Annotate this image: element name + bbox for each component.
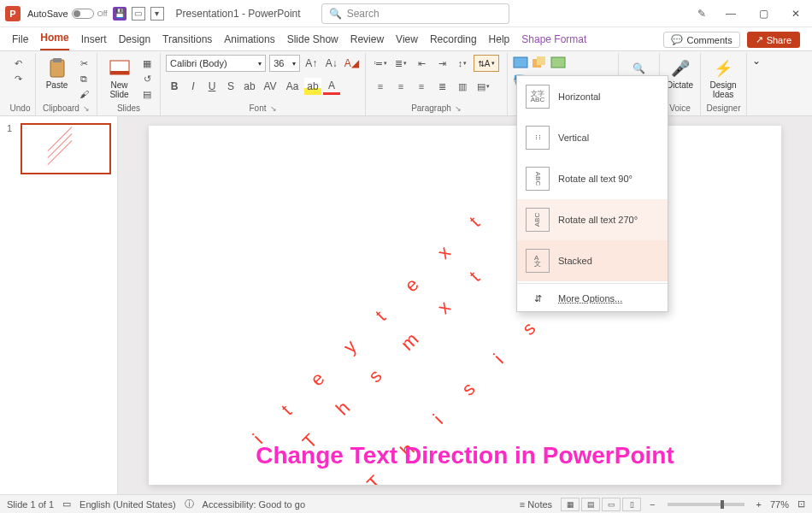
arrange-icon[interactable] <box>532 56 549 72</box>
new-slide-button[interactable]: New Slide <box>103 55 136 99</box>
cut-button[interactable]: ✂ <box>76 56 91 70</box>
tab-help[interactable]: Help <box>489 33 510 50</box>
strike-button[interactable]: S <box>222 78 239 95</box>
more-options-icon: ⇵ <box>526 293 550 304</box>
reset-button[interactable]: ↺ <box>139 72 155 86</box>
tab-transitions[interactable]: Transitions <box>162 33 212 50</box>
slide-canvas[interactable]: i t e y t e x t T h s m x t T h i s i s … <box>149 126 781 485</box>
char-spacing-button[interactable]: AV <box>260 78 280 95</box>
autosave-toggle[interactable]: AutoSave Off <box>27 9 108 19</box>
justify-button[interactable]: ≣ <box>432 78 451 95</box>
close-button[interactable]: ✕ <box>785 5 807 22</box>
change-case-button[interactable]: Aa <box>282 78 303 95</box>
font-color-button[interactable]: A <box>323 78 340 95</box>
clipboard-dialog-icon[interactable]: ↘ <box>83 104 90 113</box>
text-direction-menu: 文字ABC Horizontal ⫶⫶ Vertical ABC Rotate … <box>516 75 668 312</box>
highlight-button[interactable]: ab <box>304 78 321 95</box>
underline-button[interactable]: U <box>203 78 221 95</box>
slide-thumbnail-1[interactable] <box>21 123 111 174</box>
menu-item-rotate270[interactable]: ABC Rotate all text 270° <box>517 199 668 240</box>
normal-view-button[interactable]: ▦ <box>561 498 580 511</box>
status-accessibility[interactable]: Accessibility: Good to go <box>203 499 305 510</box>
dictate-button[interactable]: 🎤 Dictate <box>665 55 695 90</box>
svg-rect-1 <box>53 58 62 62</box>
design-ideas-button[interactable]: ⚡ Design Ideas <box>706 55 740 99</box>
share-button[interactable]: ↗ Share <box>747 32 800 48</box>
comments-button[interactable]: 💬 Comments <box>663 32 739 48</box>
shape-rect-icon[interactable] <box>513 56 530 72</box>
status-slide[interactable]: Slide 1 of 1 <box>7 499 54 510</box>
grow-font-button[interactable]: A↑ <box>303 55 320 72</box>
format-painter-button[interactable]: 🖌 <box>76 87 91 101</box>
align-text-button[interactable]: ▤▾ <box>474 78 492 95</box>
paste-button[interactable]: Paste <box>41 55 73 90</box>
maximize-button[interactable]: ▢ <box>752 5 774 22</box>
pen-icon[interactable]: ✎ <box>694 6 709 21</box>
slideshow-view-button[interactable]: ▯ <box>622 498 641 511</box>
menu-item-vertical[interactable]: ⫶⫶ Vertical <box>517 117 668 158</box>
menu-item-more-options[interactable]: ⇵ More Options... <box>517 286 668 311</box>
undo-button[interactable]: ↶ <box>10 56 26 70</box>
paragraph-dialog-icon[interactable]: ↘ <box>455 104 462 113</box>
tab-slideshow[interactable]: Slide Show <box>287 33 338 50</box>
font-name-select[interactable]: Calibri (Body)▾ <box>166 55 266 72</box>
comment-icon: 💬 <box>671 34 683 45</box>
numbering-button[interactable]: ≣▾ <box>391 55 410 72</box>
collapse-ribbon-button[interactable]: ⌄ <box>752 55 761 67</box>
indent-inc-button[interactable]: ⇥ <box>432 55 451 72</box>
reading-view-button[interactable]: ▭ <box>602 498 621 511</box>
copy-button[interactable]: ⧉ <box>76 72 91 86</box>
fit-button[interactable]: ⊡ <box>797 498 805 510</box>
indent-dec-button[interactable]: ⇤ <box>412 55 431 72</box>
search-icon: 🔍 <box>329 8 342 20</box>
search-input[interactable]: 🔍 Search <box>321 3 509 24</box>
tab-animations[interactable]: Animations <box>224 33 274 50</box>
menu-item-rotate90[interactable]: ABC Rotate all text 90° <box>517 158 668 199</box>
slide-editor[interactable]: i t e y t e x t T h s m x t T h i s i s … <box>118 116 812 494</box>
tab-review[interactable]: Review <box>350 33 384 50</box>
qat-more-icon[interactable]: ▾ <box>150 7 164 21</box>
clear-format-button[interactable]: A◢ <box>344 55 360 72</box>
shrink-font-button[interactable]: A↓ <box>323 55 339 72</box>
font-size-select[interactable]: 36▾ <box>269 55 299 72</box>
tab-design[interactable]: Design <box>119 33 150 50</box>
columns-button[interactable]: ▥ <box>453 78 472 95</box>
line-spacing-button[interactable]: ↕▾ <box>453 55 472 72</box>
tab-file[interactable]: File <box>12 33 28 50</box>
redo-button[interactable]: ↷ <box>10 72 26 86</box>
group-undo-label: Undo <box>10 103 30 114</box>
tab-home[interactable]: Home <box>40 32 68 50</box>
italic-button[interactable]: I <box>185 78 202 95</box>
status-language[interactable]: English (United States) <box>79 499 176 510</box>
font-dialog-icon[interactable]: ↘ <box>270 104 277 113</box>
zoom-level[interactable]: 77% <box>770 499 789 510</box>
align-center-button[interactable]: ≡ <box>391 78 410 95</box>
zoom-out-button[interactable]: − <box>650 499 655 510</box>
share-icon: ↗ <box>756 34 763 45</box>
zoom-slider[interactable] <box>668 503 744 506</box>
quick-styles-icon[interactable] <box>550 56 568 72</box>
layout-button[interactable]: ▦ <box>139 56 155 70</box>
shadow-button[interactable]: ab <box>241 78 258 95</box>
notes-button[interactable]: ≡ Notes <box>520 499 552 510</box>
text-direction-button[interactable]: ⇅A▾ <box>474 55 499 72</box>
tab-view[interactable]: View <box>396 33 418 50</box>
menu-item-horizontal[interactable]: 文字ABC Horizontal <box>517 76 668 117</box>
zoom-in-button[interactable]: + <box>756 499 762 510</box>
tab-shape-format[interactable]: Shape Format <box>521 33 586 50</box>
autosave-switch[interactable] <box>72 9 94 19</box>
tab-insert[interactable]: Insert <box>81 33 107 50</box>
align-left-button[interactable]: ≡ <box>371 78 390 95</box>
save-icon[interactable]: 💾 <box>113 7 127 21</box>
stacked-icon: A文 <box>526 249 550 273</box>
section-button[interactable]: ▤ <box>139 87 155 101</box>
bullets-button[interactable]: ≔▾ <box>371 55 390 72</box>
bold-button[interactable]: B <box>166 78 183 95</box>
present-icon[interactable]: ▭ <box>132 7 145 21</box>
tab-recording[interactable]: Recording <box>430 33 477 50</box>
svg-rect-6 <box>537 56 545 65</box>
sorter-view-button[interactable]: ▤ <box>581 498 600 511</box>
align-right-button[interactable]: ≡ <box>412 78 431 95</box>
menu-item-stacked[interactable]: A文 Stacked <box>517 240 668 281</box>
minimize-button[interactable]: — <box>720 5 742 22</box>
